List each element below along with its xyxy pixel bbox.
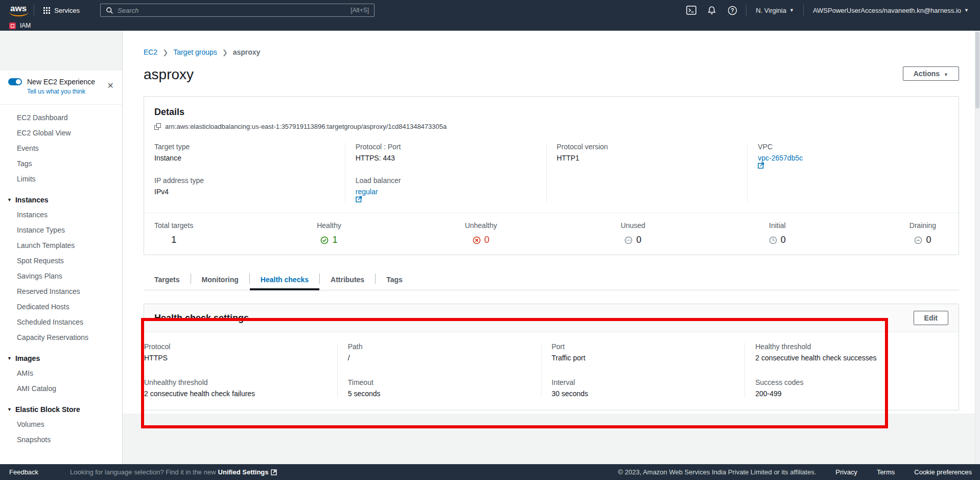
account-label: AWSPowerUserAccess/navaneeth.kn@harness.… [813,7,961,14]
field-value-link[interactable]: regular [356,188,378,196]
copy-icon[interactable] [154,123,161,130]
stat-count: 0 [781,235,786,245]
cloudshell-button[interactable] [683,3,700,17]
sidebar-item-ec2-global-view[interactable]: EC2 Global View [0,125,122,141]
chevron-down-icon: ▼ [964,8,969,13]
sidebar-section-images[interactable]: ▼Images [0,351,122,365]
stat-count: 1 [171,235,176,245]
field-column: ProtocolHTTPSUnhealthy threshold2 consec… [144,342,337,398]
sidebar-item-scheduled-instances[interactable]: Scheduled Instances [0,314,122,330]
field-value: / [348,354,531,362]
edit-button[interactable]: Edit [914,311,948,325]
actions-button[interactable]: Actions▼ [903,66,959,81]
help-icon[interactable]: ? [724,3,741,17]
field-label: Protocol [144,342,327,351]
dots-circle-icon [624,236,633,244]
sidebar-section-elastic-block-store[interactable]: ▼Elastic Block Store [0,402,122,417]
sidebar-section-label: Elastic Block Store [15,405,80,414]
services-menu-button[interactable]: Services [39,5,84,16]
close-icon[interactable]: ✕ [107,82,114,90]
field-label: Interval [552,378,735,386]
field-value-link[interactable]: vpc-2657db5c [758,154,803,162]
field-column: Path/Timeout5 seconds [337,342,541,398]
footer-link-cookie-preferences[interactable]: Cookie preferences [914,468,972,476]
target-group-arn: arn:aws:elasticloadbalancing:us-east-1:3… [165,123,447,130]
breadcrumb-ec2[interactable]: EC2 [144,48,157,56]
field-label: Target type [154,143,335,151]
sidebar-item-tags[interactable]: Tags [0,156,122,171]
sidebar-item-limits[interactable]: Limits [0,171,122,187]
sidebar-item-spot-requests[interactable]: Spot Requests [0,253,122,268]
stat-initial: Initial0 [769,221,786,245]
stat-value: 0 [769,235,786,245]
sidebar-item-amis[interactable]: AMIs [0,365,122,381]
footer-link-terms[interactable]: Terms [877,468,895,476]
field-label: Unhealthy threshold [144,378,327,386]
footer-link-privacy[interactable]: Privacy [835,468,857,476]
sidebar-item-reserved-instances[interactable]: Reserved Instances [0,284,122,299]
search-input[interactable] [118,7,346,14]
stat-healthy: Healthy1 [317,221,341,245]
iam-shortcut[interactable]: IAM [20,22,31,29]
sidebar-item-ec2-dashboard[interactable]: EC2 Dashboard [0,110,122,125]
scrollbar[interactable] [975,31,980,464]
tab-monitoring[interactable]: Monitoring [191,270,249,290]
sidebar-item-capacity-reservations[interactable]: Capacity Reservations [0,330,122,345]
unified-settings-link[interactable]: Unified Settings [218,468,269,476]
tab-attributes[interactable]: Attributes [320,270,375,290]
tell-us-link[interactable]: Tell us what you think [27,88,115,95]
sidebar-item-savings-plans[interactable]: Savings Plans [0,268,122,284]
sidebar-section-instances[interactable]: ▼Instances [0,193,122,207]
global-search-box[interactable]: [Alt+S] [100,4,375,17]
stat-unhealthy: Unhealthy0 [465,221,497,245]
page-title: asproxy [144,66,194,83]
search-icon [106,7,113,14]
stat-total-targets: Total targets1 [154,221,193,245]
notifications-bell-icon[interactable] [703,3,720,17]
stat-label: Initial [769,221,786,230]
details-card: Details arn:aws:elasticloadbalancing:us-… [144,96,959,255]
scrollbar-thumb[interactable] [975,32,979,108]
field-column: Protocol versionHTTP1 [546,143,748,202]
minus-circle-icon [914,236,922,244]
field-label: Protocol : Port [356,143,536,151]
divider [34,4,34,16]
services-grid-icon [43,7,50,14]
field-timeout: Timeout5 seconds [348,378,531,398]
chevron-down-icon: ▼ [7,356,12,361]
sidebar-item-launch-templates[interactable]: Launch Templates [0,238,122,253]
breadcrumb-target-groups[interactable]: Target groups [173,48,217,56]
sidebar-item-instance-types[interactable]: Instance Types [0,222,122,238]
sidebar-item-ami-catalog[interactable]: AMI Catalog [0,381,122,396]
tab-health-checks[interactable]: Health checks [250,270,319,290]
tab-targets[interactable]: Targets [144,270,191,290]
x-circle-icon [473,236,481,244]
new-experience-panel: New EC2 Experience Tell us what you thin… [0,71,122,101]
stat-value: 0 [909,235,936,245]
sidebar-nav: EC2 DashboardEC2 Global ViewEventsTagsLi… [0,110,122,447]
field-protocol-port: Protocol : PortHTTPS: 443 [356,143,536,162]
feedback-link[interactable]: Feedback [9,468,38,476]
external-link-icon [271,469,277,475]
sidebar-item-dedicated-hosts[interactable]: Dedicated Hosts [0,299,122,314]
field-value: Traffic port [552,354,735,362]
stat-count: 0 [926,235,931,245]
account-menu[interactable]: AWSPowerUserAccess/navaneeth.kn@harness.… [809,7,973,14]
field-value: 2 consecutive health check failures [144,390,327,398]
sidebar-item-snapshots[interactable]: Snapshots [0,432,122,447]
breadcrumb-current: asproxy [233,48,261,56]
field-label: IP address type [154,176,335,185]
region-selector[interactable]: N. Virginia ▼ [752,7,798,14]
iam-service-icon [9,22,16,29]
tab-tags[interactable]: Tags [376,270,413,290]
sidebar-item-instances[interactable]: Instances [0,207,122,222]
new-experience-toggle[interactable] [8,78,22,85]
field-value: HTTP1 [557,154,737,162]
sidebar-item-events[interactable]: Events [0,141,122,156]
sidebar-item-volumes[interactable]: Volumes [0,417,122,432]
divider [803,5,804,16]
aws-logo[interactable]: aws [8,4,29,17]
field-label: Timeout [348,378,531,386]
field-label: Port [552,342,735,351]
clock-circle-icon [769,236,777,244]
